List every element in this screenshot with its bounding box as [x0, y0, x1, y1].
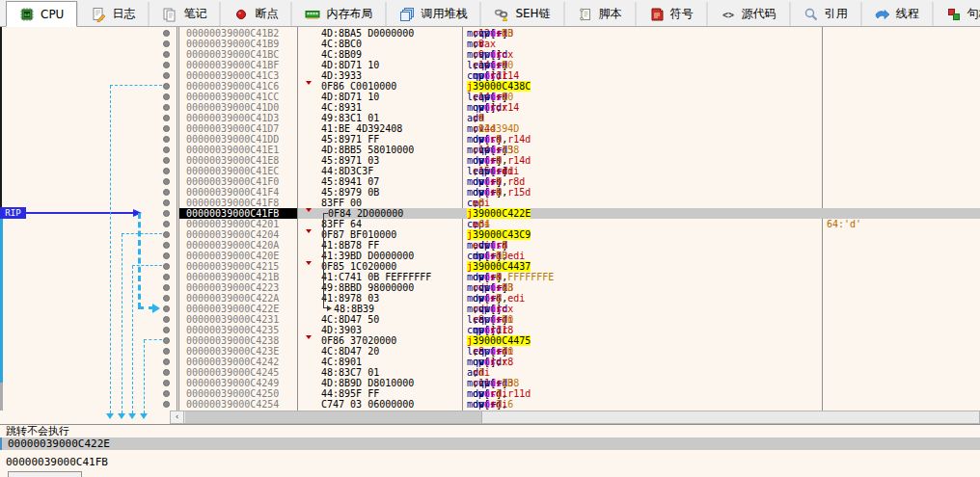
tab-log[interactable]: 日志 [77, 2, 149, 26]
breakpoint-dot[interactable] [163, 157, 170, 164]
breakpoint-dot[interactable] [163, 231, 170, 238]
disasm-row[interactable]: 00000039000C42314C:8D47 50lea r8,qword p… [0, 314, 980, 325]
hscrollbar-thumb[interactable] [185, 411, 482, 423]
breakpoint-dot[interactable] [163, 284, 170, 291]
breakpoint-dot[interactable] [163, 125, 170, 132]
breakpoint-dot[interactable] [163, 93, 170, 100]
tab-label: 调用堆栈 [421, 6, 467, 22]
tab-script[interactable]: 脚本 [564, 2, 636, 26]
disasm-row[interactable]: 00000039000C41EC44:8D3C3Flea r15d,qword … [0, 166, 980, 176]
breakpoint-dot[interactable] [163, 295, 170, 302]
tab-call-stack[interactable]: 调用堆栈 [386, 2, 480, 26]
breakpoint-dot[interactable] [163, 189, 170, 196]
row-address: 00000039000C41EC [186, 166, 279, 176]
breakpoint-dot[interactable] [163, 327, 170, 333]
disasm-row[interactable]: 00000039000C41B24D:8BA5 D0000000mov r12,… [0, 28, 980, 39]
breakpoint-dot[interactable] [163, 242, 170, 249]
breakpoint-dot[interactable] [163, 348, 170, 355]
tab-threads[interactable]: 线程 [861, 2, 933, 26]
breakpoint-dot[interactable] [163, 274, 170, 280]
breakpoint-dot[interactable] [163, 221, 170, 227]
breakpoint-dot[interactable] [163, 146, 170, 153]
disasm-row[interactable]: 00000039000C423E4C:8D47 20lea r8,qword p… [0, 346, 980, 357]
disasm-row[interactable]: 00000039000C42040F87 BF010000ja 39000C43… [0, 229, 980, 240]
row-instruction: lea r14,qword ptr ds:[r9+10] [467, 60, 507, 70]
breakpoint-dot[interactable] [163, 380, 170, 386]
disasm-row[interactable]: 00000039000C42150F85 1C020000jne 39000C4… [0, 261, 980, 272]
disasm-row[interactable]: 00000039000C421B41:C741 0B FEFFFFFFmov d… [0, 272, 980, 282]
disasm-row[interactable]: 00000039000C41B94C:8BC0mov r8,rax [0, 39, 980, 49]
row-bytes: 41:39BD D0000000 [321, 251, 414, 261]
breakpoint-dot[interactable] [163, 83, 170, 90]
disasm-row[interactable]: 00000039000C420183FF 64cmp edi,6464:'d' [0, 219, 980, 229]
tab-notes[interactable]: 笔记 [149, 2, 220, 26]
disasm-row[interactable]: 00000039000C42424C:8901mov qword ptr ds:… [0, 357, 980, 367]
disasm-row[interactable]: 00000039000C41D741:BE 4D392408mov r14d,8… [0, 123, 980, 134]
breakpoint-dot[interactable] [163, 51, 170, 58]
disasm-row[interactable]: 00000039000C41BF4D:8D71 10lea r14,qword … [0, 60, 980, 70]
breakpoint-dot[interactable] [163, 263, 170, 270]
breakpoint-dot[interactable] [163, 369, 170, 376]
cond-jump-indicator [306, 229, 312, 233]
disasm-row[interactable]: 00000039000C420A41:8B78 FFmov edi,dword … [0, 240, 980, 251]
breakpoint-dot[interactable] [163, 168, 170, 174]
disasm-row[interactable]: 00000039000C41F045:8941 07mov dword ptr … [0, 176, 980, 187]
breakpoint-dot[interactable] [163, 210, 170, 217]
disasm-row[interactable]: 00000039000C41CC4D:8D71 10lea r14,qword … [0, 92, 980, 102]
breakpoint-dot[interactable] [163, 72, 170, 79]
breakpoint-dot[interactable] [163, 178, 170, 185]
disasm-row[interactable]: 00000039000C41C60F86 C0010000jbe 39000C4… [0, 81, 980, 92]
jump-target-address[interactable]: 00000039000C422E [0, 437, 980, 450]
tab-label: 线程 [896, 6, 919, 22]
breakpoint-dot[interactable] [163, 252, 170, 259]
breakpoint-dot[interactable] [163, 390, 170, 397]
breakpoint-dot[interactable] [163, 30, 170, 37]
disasm-row[interactable]: 00000039000C41BC4C:8B09mov r9,qword ptr … [0, 49, 980, 60]
disasm-row[interactable]: 00000039000C41F883FF 00cmp edi,0 [0, 198, 980, 208]
row-instruction: mov dword ptr ds:[rdi-1],r11d [467, 388, 507, 399]
tab-cpu[interactable]: 64CPU [6, 1, 77, 27]
disasm-row[interactable]: 00000039000C420E41:39BD D0000000cmp dwor… [0, 251, 980, 261]
disasm-row[interactable]: 00000039000C42354D:3903cmp qword ptr ds:… [0, 325, 980, 335]
disasm-row[interactable]: 00000039000C41D349:83C1 01add r9,1 [0, 113, 980, 123]
horizontal-scrollbar[interactable]: ‹ [170, 411, 980, 424]
breakpoint-dot[interactable] [163, 401, 170, 408]
disasm-row[interactable]: 00000039000C425044:895F FFmov dword ptr … [0, 388, 980, 399]
tab-symbols[interactable]: 符号 [636, 2, 707, 26]
row-bytes: 0F87 BF010000 [321, 229, 396, 240]
disasm-row[interactable]: 00000039000C41C34D:3933cmp qword ptr ds:… [0, 70, 980, 81]
tab-handles[interactable]: 句柄 [933, 2, 980, 26]
breakpoint-dot[interactable] [163, 115, 170, 121]
disasm-row[interactable]: 00000039000C41DD45:8971 FFmov dword ptr … [0, 134, 980, 145]
disasm-row[interactable]: 00000039000C41D04C:8931mov qword ptr ds:… [0, 102, 980, 113]
breakpoint-dot[interactable] [163, 40, 170, 47]
breakpoint-dot[interactable] [163, 305, 170, 312]
disasm-row[interactable]: 00000039000C422349:8BBD 98000000mov rdi,… [0, 282, 980, 293]
jump-bracket-line [323, 213, 328, 214]
breakpoint-dot[interactable] [163, 62, 170, 68]
threads-icon [875, 7, 890, 22]
disasm-row[interactable]: 00000039000C41FB0F84 2D000000je 39000C42… [0, 208, 980, 219]
tab-source[interactable]: <>源代码 [707, 2, 790, 26]
row-address: 00000039000C41F0 [186, 176, 279, 187]
disasm-row[interactable]: 00000039000C4254C747 03 06000000mov dwor… [0, 399, 980, 410]
breakpoint-dot[interactable] [163, 358, 170, 365]
scroll-left-button[interactable]: ‹ [171, 411, 184, 423]
tab-breakpoints[interactable]: 断点 [220, 2, 291, 26]
breakpoint-dot[interactable] [163, 316, 170, 323]
tab-seh-chain[interactable]: SEH链 [480, 2, 563, 26]
tab-references[interactable]: 引用 [790, 2, 861, 26]
disasm-row[interactable]: 00000039000C42380F86 37020000jbe 39000C4… [0, 335, 980, 346]
disasm-row[interactable]: 00000039000C41E14D:8BB5 58010000mov r14,… [0, 145, 980, 155]
breakpoint-dot[interactable] [163, 136, 170, 143]
disasm-row[interactable]: 00000039000C422E48:8B39mov rdi,qword ptr… [0, 304, 980, 314]
disasm-row[interactable]: 00000039000C41F445:8979 0Bmov dword ptr … [0, 187, 980, 198]
tab-memory-map[interactable]: 内存布局 [291, 2, 386, 26]
disasm-row[interactable]: 00000039000C42494D:8B9D D8010000mov r11,… [0, 378, 980, 388]
breakpoint-dot[interactable] [163, 337, 170, 344]
disasm-row[interactable]: 00000039000C424548:83C7 01add rdi,1 [0, 367, 980, 378]
breakpoint-dot[interactable] [163, 104, 170, 111]
breakpoint-dot[interactable] [163, 199, 170, 206]
disasm-row[interactable]: 00000039000C41E845:8971 03mov dword ptr … [0, 155, 980, 166]
disasm-row[interactable]: 00000039000C422A41:8978 03mov dword ptr … [0, 293, 980, 304]
